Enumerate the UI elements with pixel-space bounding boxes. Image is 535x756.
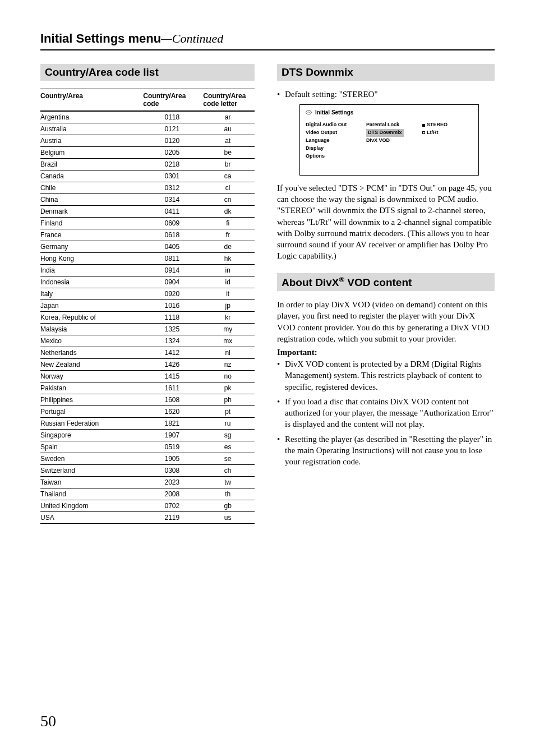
section-bar-country: Country/Area code list <box>40 64 255 81</box>
cell-letter: se <box>203 453 255 465</box>
settings-nav-item[interactable]: Display <box>306 145 358 153</box>
cell-letter: at <box>203 135 255 147</box>
country-code-table: Country/Area Country/Area code Country/A… <box>40 89 255 524</box>
cell-name: Australia <box>40 123 143 135</box>
cell-code: 0120 <box>143 135 203 147</box>
cell-letter: br <box>203 159 255 170</box>
table-row: Austria0120at <box>40 135 255 147</box>
table-row: Finland0609fi <box>40 218 255 229</box>
important-label: Important: <box>277 348 495 357</box>
cell-name: Austria <box>40 135 143 147</box>
cell-name: Malaysia <box>40 324 143 335</box>
cell-name: Norway <box>40 371 143 382</box>
settings-submenu-item[interactable]: DTS Downmix <box>366 129 414 137</box>
table-row: Germany0405de <box>40 241 255 253</box>
table-row: France0618fr <box>40 229 255 241</box>
cell-letter: us <box>203 512 255 524</box>
cell-letter: ch <box>203 465 255 477</box>
cell-name: Pakistan <box>40 382 143 394</box>
settings-nav-item[interactable]: Video Output <box>306 129 358 137</box>
settings-nav-item[interactable]: Digital Audio Out <box>306 121 358 129</box>
table-row: Portugal1620pt <box>40 406 255 418</box>
section-bar-dts: DTS Downmix <box>277 64 495 81</box>
settings-nav-item[interactable]: Language <box>306 137 358 145</box>
cell-code: 0618 <box>143 229 203 241</box>
cell-name: USA <box>40 512 143 524</box>
cell-letter: ph <box>203 394 255 406</box>
settings-submenu-item[interactable]: Parental Lock <box>366 121 414 129</box>
table-row: Norway1415no <box>40 371 255 382</box>
cell-code: 0411 <box>143 206 203 218</box>
table-row: Argentina0118ar <box>40 111 255 123</box>
settings-option-item[interactable]: Lt/Rt <box>422 129 462 137</box>
cell-code: 0904 <box>143 276 203 288</box>
svg-point-1 <box>308 112 310 113</box>
cell-letter: cn <box>203 194 255 206</box>
cell-letter: kr <box>203 312 255 324</box>
cell-name: Philippines <box>40 394 143 406</box>
table-row: Switzerland0308ch <box>40 465 255 477</box>
cell-name: Korea, Republic of <box>40 312 143 324</box>
section-title-country: Country/Area code list <box>45 66 159 78</box>
cell-code: 1426 <box>143 359 203 371</box>
cell-code: 0218 <box>143 159 203 170</box>
table-row: Mexico1324mx <box>40 335 255 347</box>
cell-name: Germany <box>40 241 143 253</box>
cell-code: 1415 <box>143 371 203 382</box>
cell-name: Italy <box>40 288 143 300</box>
disc-icon <box>306 109 312 116</box>
section-title-divx: About DivX® VOD content <box>282 276 412 288</box>
table-row: China0314cn <box>40 194 255 206</box>
cell-name: Hong Kong <box>40 253 143 265</box>
dts-default-line: Default setting: "STEREO" <box>277 89 495 100</box>
cell-code: 1118 <box>143 312 203 324</box>
table-header-name: Country/Area <box>40 89 143 112</box>
settings-nav-col: Digital Audio OutVideo OutputLanguageDis… <box>306 121 358 160</box>
option-marker-icon <box>422 131 425 134</box>
cell-letter: pk <box>203 382 255 394</box>
cell-code: 1608 <box>143 394 203 406</box>
cell-letter: nz <box>203 359 255 371</box>
table-header-code: Country/Area code <box>143 89 203 112</box>
cell-code: 2008 <box>143 488 203 500</box>
settings-submenu-col: Parental LockDTS DownmixDivX VOD <box>366 121 414 160</box>
cell-name: Canada <box>40 170 143 182</box>
table-row: Sweden1905se <box>40 453 255 465</box>
divx-intro: In order to play DivX VOD (video on dema… <box>277 299 495 344</box>
table-row: Netherlands1412nl <box>40 347 255 359</box>
cell-letter: gb <box>203 500 255 512</box>
table-row: India0914in <box>40 265 255 276</box>
cell-name: India <box>40 265 143 276</box>
table-row: USA2119us <box>40 512 255 524</box>
cell-name: New Zealand <box>40 359 143 371</box>
cell-letter: it <box>203 288 255 300</box>
cell-letter: dk <box>203 206 255 218</box>
section-title-dts: DTS Downmix <box>282 66 353 78</box>
cell-letter: mx <box>203 335 255 347</box>
divx-bullet: DivX VOD content is protected by a DRM (… <box>277 358 495 393</box>
dts-body-text: If you've selected "DTS > PCM" in "DTS O… <box>277 182 495 262</box>
cell-code: 0405 <box>143 241 203 253</box>
cell-name: Portugal <box>40 406 143 418</box>
cell-code: 0920 <box>143 288 203 300</box>
settings-option-item[interactable]: STEREO <box>422 121 462 129</box>
cell-code: 0811 <box>143 253 203 265</box>
section-bar-divx: About DivX® VOD content <box>277 273 495 291</box>
cell-letter: hk <box>203 253 255 265</box>
table-row: Australia0121au <box>40 123 255 135</box>
settings-submenu-item[interactable]: DivX VOD <box>366 137 414 145</box>
cell-code: 0609 <box>143 218 203 229</box>
table-row: Denmark0411dk <box>40 206 255 218</box>
cell-name: Thailand <box>40 488 143 500</box>
cell-letter: sg <box>203 430 255 441</box>
cell-letter: id <box>203 276 255 288</box>
settings-nav-item[interactable]: Options <box>306 153 358 160</box>
cell-name: Indonesia <box>40 276 143 288</box>
cell-name: Sweden <box>40 453 143 465</box>
cell-name: China <box>40 194 143 206</box>
cell-letter: no <box>203 371 255 382</box>
cell-code: 1905 <box>143 453 203 465</box>
table-row: United Kingdom0702gb <box>40 500 255 512</box>
divx-title-suffix: VOD content <box>344 276 412 288</box>
table-row: Italy0920it <box>40 288 255 300</box>
